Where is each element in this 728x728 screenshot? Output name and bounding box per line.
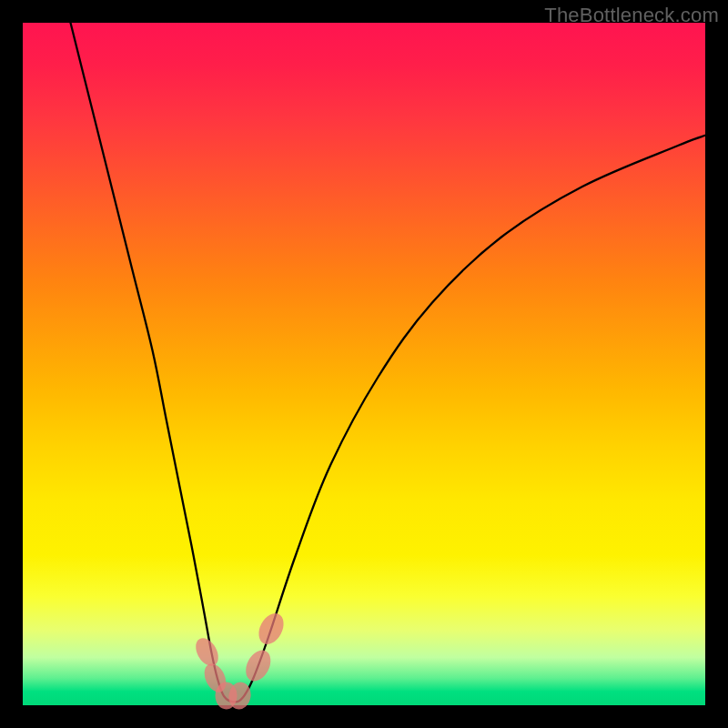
watermark-text: TheBottleneck.com xyxy=(544,4,719,27)
m1 xyxy=(191,634,223,670)
m5 xyxy=(241,646,276,685)
chart-svg xyxy=(23,23,705,705)
bottleneck-curve xyxy=(71,23,706,702)
m6 xyxy=(254,609,288,648)
